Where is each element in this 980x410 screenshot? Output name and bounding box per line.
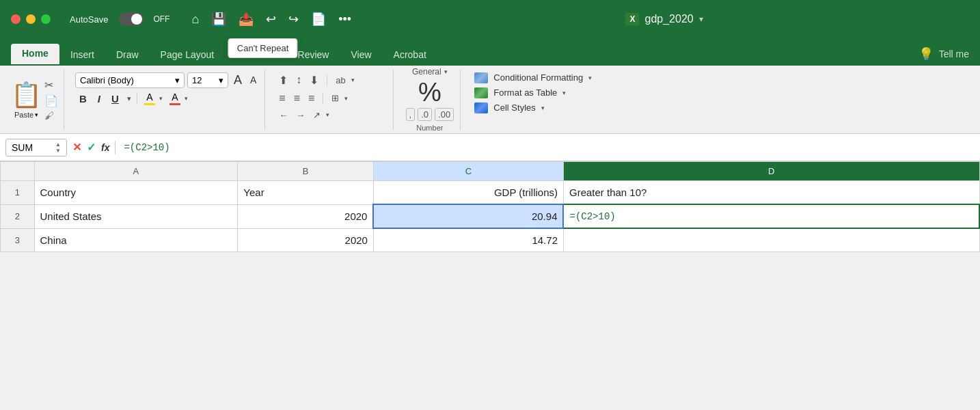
formula-input[interactable]: =(C2>10) [121,141,975,154]
fat-chevron: ▾ [562,90,566,96]
cell-styles-button[interactable]: Cell Styles ▾ [474,102,622,113]
conditional-formatting-button[interactable]: Conditional Formatting ▾ [474,72,622,83]
align-bottom-button[interactable]: ⬇ [307,72,321,88]
comma-style-button[interactable]: , [406,108,416,121]
font-style-row: B I U ▾ A ▾ A ▾ [75,91,259,107]
align-row-1: ⬆ ↕ ⬇ ab ▾ [276,72,387,88]
font-color-chevron: ▾ [185,95,188,102]
fill-color-chevron: ▾ [159,95,163,102]
percent-symbol[interactable]: % [418,79,441,105]
cell-d2[interactable]: =(C2>10) [563,204,979,228]
undo-icon[interactable]: ↩ [266,12,276,27]
paste-sub-icons: ✂ 📄 🖌 [44,79,58,121]
filename-chevron[interactable]: ▾ [699,14,703,24]
document-icon[interactable]: 📄 [311,12,326,27]
cut-button[interactable]: ✂ [44,79,58,92]
wrap-text-button[interactable]: ab [333,74,348,87]
number-group-label: Number [416,124,443,132]
col-header-b[interactable]: B [238,162,374,181]
row-header-3[interactable]: 3 [1,228,35,252]
tab-page-layout[interactable]: Page Layout [150,45,226,66]
font-size-chevron: ▾ [219,75,223,85]
font-name-row: Calibri (Body) ▾ 12 ▾ A A [75,72,259,88]
col-header-a[interactable]: A [34,162,238,181]
tab-acrobat[interactable]: Acrobat [383,45,437,66]
ribbon: 📋 Paste ▾ ✂ 📄 🖌 Calibri (Body) ▾ 12 ▾ [0,66,980,134]
cell-a2[interactable]: United States [34,204,238,228]
more-icon[interactable]: ••• [338,12,351,27]
name-box-arrows: ▲ ▼ [55,141,61,154]
cell-d3[interactable] [563,228,979,252]
cell-d1[interactable]: Greater than 10? [563,181,979,205]
decrease-font-button[interactable]: A [247,74,259,85]
increase-decimal-button[interactable]: .0 [418,108,432,121]
traffic-lights [11,14,51,24]
tell-me[interactable]: Tell me [939,49,969,59]
indent-more-button[interactable]: → [293,109,308,122]
conditional-formatting-icon [474,72,488,83]
font-name-select[interactable]: Calibri (Body) ▾ [75,72,185,88]
save-icon[interactable]: 💾 [211,12,226,27]
table-row: 1 Country Year GDP (trillions) Greater t… [1,181,980,205]
row-header-2[interactable]: 2 [1,204,35,228]
copy-button[interactable]: 📄 [44,94,58,107]
redo-icon[interactable]: ↪ [288,12,299,27]
increase-font-button[interactable]: A [231,73,245,87]
close-button[interactable] [11,14,21,24]
cell-c1[interactable]: GDP (trillions) [373,181,563,205]
paste-button[interactable]: 📋 Paste ▾ [11,81,42,119]
tab-draw[interactable]: Draw [105,45,150,66]
fill-color-button[interactable]: A [143,92,156,105]
cell-b3[interactable]: 2020 [238,228,374,252]
upload-icon[interactable]: 📤 [239,12,254,27]
number-format-label: General [412,67,441,77]
cell-c2[interactable]: 20.94 [373,204,563,228]
row-header-1[interactable]: 1 [1,181,35,205]
confirm-formula-button[interactable]: ✓ [87,141,96,154]
font-group: Calibri (Body) ▾ 12 ▾ A A B I U ▾ A ▾ A [70,70,265,130]
align-middle-button[interactable]: ↕ [293,72,304,87]
minimize-button[interactable] [26,14,36,24]
decrease-decimal-button[interactable]: .00 [435,108,454,121]
corner-cell [1,162,35,181]
align-top-button[interactable]: ⬆ [276,72,290,88]
col-header-d[interactable]: D [563,162,979,181]
underline-button[interactable]: U [107,91,123,107]
indent-less-button[interactable]: ← [276,109,290,122]
cell-b1[interactable]: Year [238,181,374,205]
tab-home[interactable]: Home [11,44,59,66]
number-format-chevron: ▾ [444,68,448,75]
format-painter-button[interactable]: 🖌 [44,110,58,121]
tab-insert[interactable]: Insert [59,45,105,66]
paste-label: Paste [14,111,33,119]
align-left-button[interactable]: ≡ [276,91,288,106]
cell-a3[interactable]: China [34,228,238,252]
orientation-button[interactable]: ↗ [310,109,323,122]
insert-function-button[interactable]: fx [101,142,109,153]
merge-button[interactable]: ⊞ [329,92,342,105]
cell-c3[interactable]: 14.72 [373,228,563,252]
align-center-button[interactable]: ≡ [291,91,303,106]
styles-group: Conditional Formatting ▾ Format as Table… [466,70,630,130]
col-header-c[interactable]: C [373,162,563,181]
paste-group: 📋 Paste ▾ ✂ 📄 🖌 [5,70,64,130]
cell-a1[interactable]: Country [34,181,238,205]
font-size-select[interactable]: 12 ▾ [187,72,228,88]
home-icon[interactable]: ⌂ [191,12,199,27]
table-row: 2 United States 2020 20.94 =(C2>10) [1,204,980,228]
name-box[interactable]: SUM ▲ ▼ [5,139,67,156]
cell-b2[interactable]: 2020 [238,204,374,228]
maximize-button[interactable] [41,14,51,24]
orientation-chevron: ▾ [326,111,329,118]
font-color-button[interactable]: A [168,92,182,105]
italic-button[interactable]: I [94,91,105,107]
tab-view[interactable]: View [340,45,382,66]
bold-button[interactable]: B [75,91,91,107]
number-format-row: General ▾ [412,67,448,77]
autosave-toggle[interactable] [119,12,144,26]
tab-formulas[interactable]: Formulas Can't Repeat [225,45,286,66]
fill-color-bar [144,103,155,105]
format-as-table-button[interactable]: Format as Table ▾ [474,87,622,98]
cancel-formula-button[interactable]: ✕ [72,141,81,154]
align-right-button[interactable]: ≡ [305,91,317,106]
